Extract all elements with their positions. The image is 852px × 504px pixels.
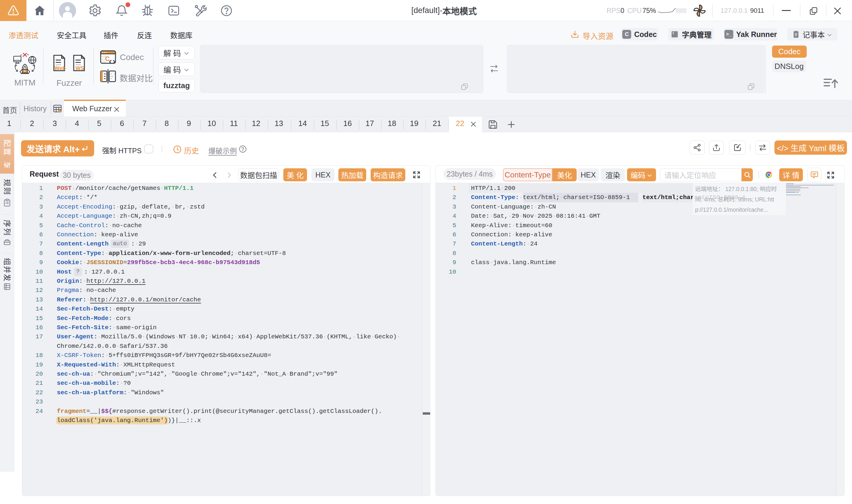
- svg-text:C: C: [105, 55, 110, 62]
- svg-text:Web: Web: [54, 65, 66, 71]
- svg-text:WS: WS: [75, 65, 84, 71]
